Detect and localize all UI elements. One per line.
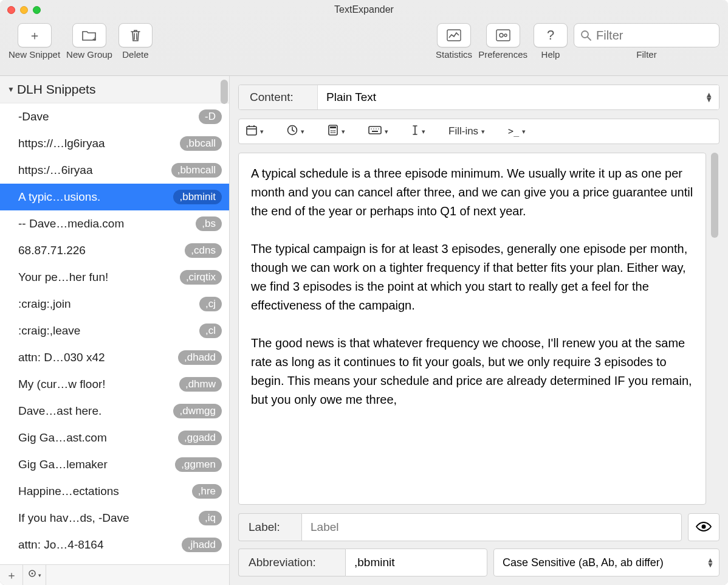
snippet-row[interactable]: Gig Ga…lemaker,ggmen — [0, 451, 229, 478]
fill-ins-menu[interactable]: Fill-ins ▾ — [448, 125, 485, 137]
eye-icon — [696, 519, 712, 535]
sidebar-scrollbar[interactable] — [221, 80, 228, 104]
insert-cursor-menu[interactable]: ▾ — [411, 125, 425, 139]
content-label: Content: — [239, 85, 318, 109]
chevron-down-icon: ▾ — [481, 128, 485, 136]
svg-point-24 — [373, 128, 374, 130]
filter-search-field[interactable] — [574, 23, 719, 47]
updown-icon: ▲▼ — [707, 558, 714, 567]
snippet-label: My (cur…w floor! — [18, 378, 179, 391]
snippet-label: attn: D…030 x42 — [18, 351, 178, 364]
snippet-row[interactable]: Dave…ast here.,dwmgg — [0, 398, 229, 424]
snippet-row[interactable]: My (cur…w floor!,dhmw — [0, 371, 229, 398]
label-field[interactable] — [301, 513, 682, 541]
editor-wrap: A typical schedule is a three episode mi… — [238, 153, 719, 505]
snippet-row[interactable]: https://…lg6iryaa,bbcall — [0, 130, 229, 157]
app-window: TextExpander ＋ New Snippet + New Group D — [0, 0, 728, 585]
insert-time-menu[interactable]: ▾ — [287, 125, 304, 139]
snippet-row[interactable]: -- Dave…media.com,bs — [0, 210, 229, 237]
snippet-row[interactable]: If you hav…ds, -Dave,iq — [0, 505, 229, 531]
content-type-selector[interactable]: Plain Text ▲▼ — [318, 85, 719, 109]
gear-menu-button[interactable]: ▾ — [23, 565, 46, 585]
chevron-down-icon: ▾ — [522, 128, 526, 136]
snippet-abbreviation-badge: ,cdns — [185, 243, 222, 258]
svg-point-8 — [32, 573, 33, 575]
window-title: TextExpander — [0, 4, 728, 15]
snippet-label: -- Dave…media.com — [18, 217, 196, 230]
preview-button[interactable] — [688, 513, 719, 541]
statistics-button[interactable] — [437, 23, 471, 47]
bottom-rows: Label: Abbreviation: — [238, 513, 719, 576]
snippet-row[interactable]: -Dave-D — [0, 103, 229, 130]
snippet-row[interactable]: Happine…ectations,hre — [0, 478, 229, 505]
snippet-abbreviation-badge: ,bbmcall — [171, 163, 222, 178]
editor-scrollbar[interactable] — [710, 153, 719, 505]
chevron-down-icon: ▾ — [301, 128, 304, 136]
snippet-row[interactable]: Gig Ga…ast.com,ggadd — [0, 424, 229, 451]
snippet-row[interactable]: A typic…usions.,bbminit — [0, 184, 229, 210]
svg-point-16 — [331, 130, 332, 131]
help-label: Help — [541, 49, 560, 60]
snippet-label: 68.87.71.226 — [18, 244, 185, 257]
svg-point-25 — [376, 128, 377, 130]
snippet-abbreviation-badge: ,bs — [196, 216, 222, 231]
svg-point-21 — [334, 132, 335, 133]
svg-point-5 — [582, 31, 588, 38]
snippet-label: https:/…6iryaa — [18, 164, 171, 177]
clock-icon — [287, 125, 298, 139]
abbreviation-field[interactable] — [345, 549, 487, 576]
snippet-label: https://…lg6iryaa — [18, 137, 180, 150]
snippet-content-editor[interactable]: A typical schedule is a three episode mi… — [238, 153, 706, 505]
svg-point-28 — [702, 525, 706, 529]
snippet-abbreviation-badge: ,bbcall — [180, 136, 222, 151]
add-button[interactable]: ＋ — [0, 565, 23, 585]
snippet-row[interactable]: :craig:,leave,cl — [0, 317, 229, 344]
snippet-label: :craig:,join — [18, 297, 199, 311]
snippet-label: If you hav…ds, -Dave — [18, 511, 199, 525]
snippet-label: Gig Ga…lemaker — [18, 458, 175, 471]
label-input[interactable] — [311, 521, 673, 534]
snippet-abbreviation-badge: ,cirqtix — [180, 270, 222, 285]
chevron-down-icon: ▾ — [38, 572, 41, 578]
help-button[interactable]: ? — [534, 23, 568, 47]
svg-rect-27 — [372, 131, 378, 132]
chevron-down-icon: ▾ — [385, 128, 388, 136]
toolbar: ＋ New Snippet + New Group Delete — [0, 19, 728, 75]
delete-button[interactable] — [118, 23, 153, 47]
snippet-label: Your pe…her fun! — [18, 271, 180, 284]
snippet-row[interactable]: :craig:,join,cj — [0, 291, 229, 317]
case-sensitivity-value: Case Sensitive (aB, Ab, ab differ) — [503, 556, 664, 569]
preferences-button[interactable] — [486, 23, 520, 47]
snippet-abbreviation-badge: ,bbminit — [173, 190, 222, 204]
case-sensitivity-selector[interactable]: Case Sensitive (aB, Ab, ab differ) ▲▼ — [493, 549, 719, 576]
insert-date-menu[interactable]: ▾ — [246, 125, 264, 139]
insert-datemath-menu[interactable]: ▾ — [328, 125, 345, 139]
snippet-row[interactable]: 68.87.71.226,cdns — [0, 237, 229, 264]
plus-icon: ＋ — [6, 568, 17, 583]
disclosure-triangle-icon[interactable]: ▼ — [7, 85, 15, 94]
svg-point-23 — [371, 128, 372, 130]
new-snippet-button[interactable]: ＋ — [18, 23, 52, 47]
filter-input[interactable] — [596, 29, 728, 43]
snippet-row[interactable]: attn: D…030 x42,dhadd — [0, 344, 229, 371]
snippet-row[interactable]: Your pe…her fun!,cirqtix — [0, 264, 229, 291]
abbreviation-input[interactable] — [354, 556, 478, 569]
chevron-down-icon: ▾ — [342, 128, 345, 136]
scrollbar-thumb[interactable] — [711, 153, 718, 238]
chevron-down-icon: ▾ — [422, 128, 425, 136]
snippet-abbreviation-badge: ,hre — [192, 484, 222, 499]
preferences-label: Preferences — [478, 49, 527, 60]
snippet-list[interactable]: -Dave-Dhttps://…lg6iryaa,bbcallhttps:/…6… — [0, 103, 229, 564]
snippet-abbreviation-badge: ,iq — [199, 511, 222, 525]
insert-script-menu[interactable]: >_ ▾ — [508, 126, 526, 137]
snippet-row[interactable]: https:/…6iryaa,bbmcall — [0, 157, 229, 184]
snippet-row[interactable]: attn: Jo…4-8164,jhadd — [0, 531, 229, 558]
new-snippet-label: New Snippet — [9, 49, 60, 60]
insert-key-menu[interactable]: ▾ — [368, 125, 388, 137]
new-group-button[interactable]: + — [72, 23, 106, 47]
script-icon: >_ — [508, 126, 519, 137]
chart-icon — [447, 29, 461, 41]
group-header[interactable]: ▼ DLH Snippets — [0, 76, 229, 103]
snippet-editor-toolbar: ▾ ▾ ▾ ▾ — [238, 119, 719, 144]
svg-point-20 — [332, 132, 334, 133]
